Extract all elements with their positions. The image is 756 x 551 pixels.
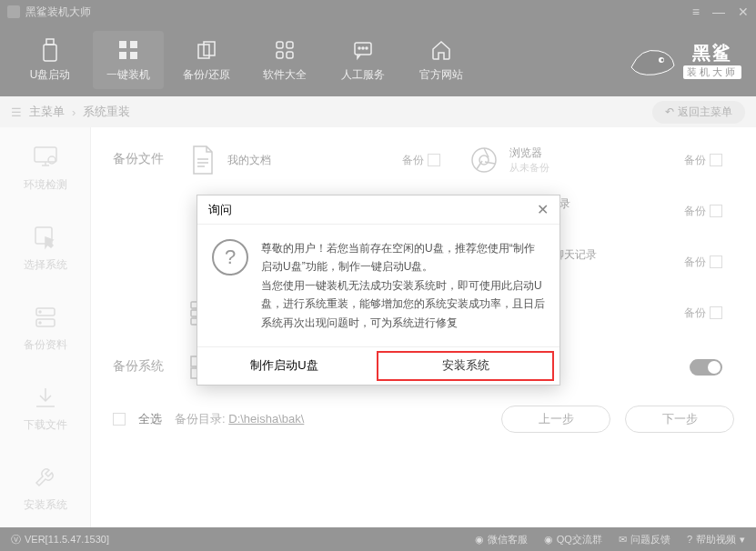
dialog-close-icon[interactable]: ✕	[537, 201, 549, 218]
install-system-button[interactable]: 安装系统	[377, 351, 554, 381]
dialog-title: 询问	[208, 202, 232, 218]
make-usb-button[interactable]: 制作启动U盘	[197, 347, 371, 385]
confirm-dialog: 询问 ✕ ? 尊敬的用户！若您当前存在空闲的U盘，推荐您使用“制作启动U盘”功能…	[197, 195, 560, 386]
question-icon: ?	[212, 239, 248, 276]
dialog-text: 尊敬的用户！若您当前存在空闲的U盘，推荐您使用“制作启动U盘”功能，制作一键启动…	[261, 239, 545, 332]
